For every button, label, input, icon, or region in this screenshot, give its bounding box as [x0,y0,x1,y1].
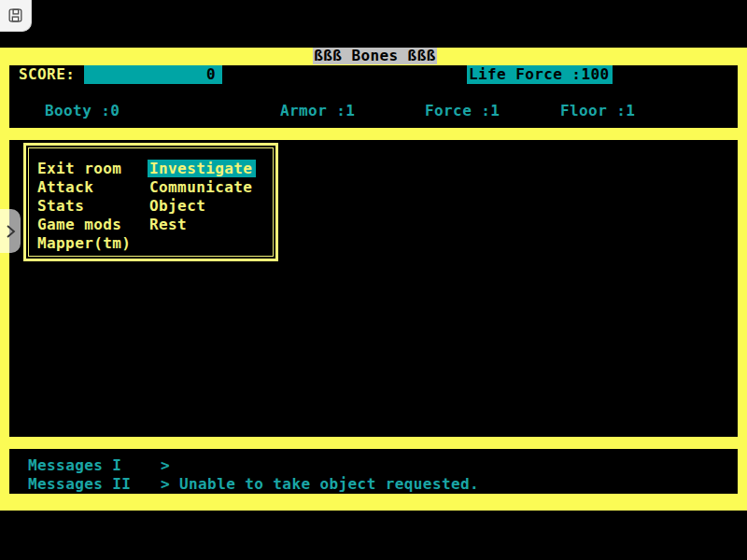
main-viewport: Exit room Attack Stats Game mods Mapper(… [9,140,738,437]
menu-column-left: Exit room Attack Stats Game mods Mapper(… [37,160,131,253]
menu-item-attack[interactable]: Attack [37,178,131,197]
command-menu-inner-border: Exit room Attack Stats Game mods Mapper(… [28,147,274,257]
menu-item-game-mods[interactable]: Game mods [37,216,131,234]
messages-1-prompt: > [161,456,170,475]
game-title: ßßß Bones ßßß [313,48,437,64]
messages-2-text: Unable to take object requested. [179,475,479,494]
menu-item-stats[interactable]: Stats [37,197,131,216]
messages-2-label: Messages II [28,475,131,494]
score-bar: 0 [84,65,222,84]
menu-item-exit-room[interactable]: Exit room [37,160,131,178]
chevron-right-icon [5,223,16,240]
stat-armor: Armor :1 [280,102,355,120]
menu-item-rest[interactable]: Rest [149,216,256,234]
menu-column-right: Investigate Communicate Object Rest [149,160,256,234]
score-label: SCORE: [19,65,75,84]
stat-force: Force :1 [425,102,500,120]
menu-item-object[interactable]: Object [149,197,256,216]
message-row-2: Messages II > Unable to take object requ… [9,475,738,494]
hud-panel: SCORE: 0 Life Force :100 Booty :0 Armor … [9,65,738,128]
save-button[interactable] [0,0,32,32]
dos-screen: ßßß Bones ßßß SCORE: 0 Life Force :100 B… [0,48,747,511]
game-window: ßßß Bones ßßß SCORE: 0 Life Force :100 B… [0,0,747,560]
drawer-toggle[interactable] [0,209,21,253]
messages-2-prompt: > [161,475,170,494]
stat-floor: Floor :1 [560,102,635,120]
menu-item-communicate[interactable]: Communicate [149,178,256,197]
command-menu: Exit room Attack Stats Game mods Mapper(… [23,143,278,261]
menu-item-mapper[interactable]: Mapper(tm) [37,234,131,253]
messages-panel: Messages I > Messages II > Unable to tak… [9,449,738,494]
floppy-disk-icon [7,7,24,24]
messages-1-label: Messages I [28,456,121,475]
menu-item-investigate[interactable]: Investigate [149,160,256,178]
life-force-badge: Life Force :100 [467,65,613,84]
stat-booty: Booty :0 [45,102,120,120]
message-row-1: Messages I > [9,456,738,475]
